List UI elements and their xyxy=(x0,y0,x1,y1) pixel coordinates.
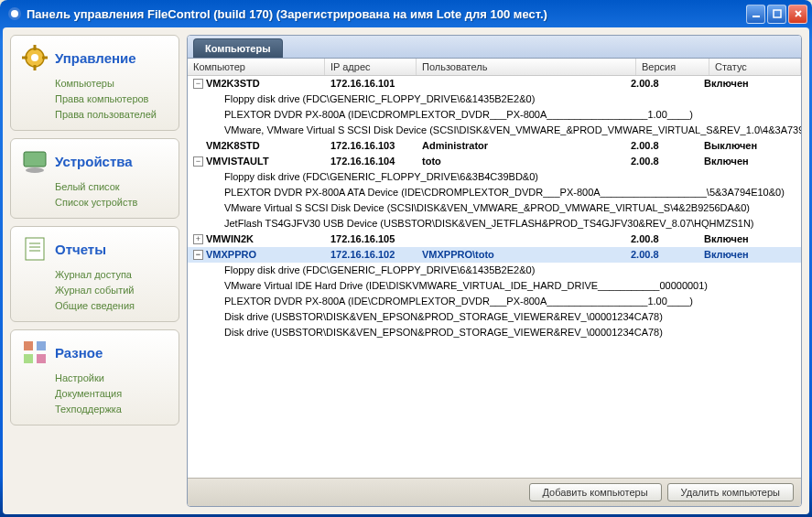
minimize-button[interactable] xyxy=(746,5,765,24)
version: 2.00.8 xyxy=(631,232,704,246)
svg-rect-2 xyxy=(752,16,760,17)
footer: Добавить компьютеры Удалить компьютеры xyxy=(188,478,801,506)
collapse-icon[interactable]: − xyxy=(193,250,203,260)
misc-icon xyxy=(20,338,49,367)
device-icon xyxy=(20,146,49,176)
device-row[interactable]: VMware, VMware Virtual S SCSI Disk Devic… xyxy=(188,123,801,138)
status: Включен xyxy=(704,77,796,91)
sidebar-link[interactable]: Список устройств xyxy=(20,195,169,210)
computer-name: VMXPPRO xyxy=(206,248,256,262)
user-name: Administrator xyxy=(422,139,631,153)
user-name: VMXPPRO\toto xyxy=(422,248,631,262)
column-headers: Компьютер IP адрес Пользователь Версия С… xyxy=(188,59,801,76)
app-window: Панель управления FileControl (build 170… xyxy=(0,0,812,517)
svg-rect-3 xyxy=(774,10,781,17)
report-icon xyxy=(20,234,49,264)
device-row[interactable]: PLEXTOR DVDR PX-800A ATA Device (IDE\CDR… xyxy=(188,185,801,200)
computer-row[interactable]: −VMXPPRO172.16.16.102VMXPPRO\toto2.00.8В… xyxy=(188,247,801,263)
sidebar-link[interactable]: Общие сведения xyxy=(20,298,169,314)
sidebar-link[interactable]: Права пользователей xyxy=(20,107,169,123)
user-name: toto xyxy=(422,155,631,168)
device-row[interactable]: Floppy disk drive (FDC\GENERIC_FLOPPY_DR… xyxy=(188,263,801,278)
maximize-button[interactable] xyxy=(767,5,786,24)
computer-name: VMWIN2K xyxy=(206,232,254,246)
device-row[interactable]: VMware Virtual IDE Hard Drive (IDE\DISKV… xyxy=(188,278,801,294)
status: Включен xyxy=(704,155,796,168)
gear-icon xyxy=(20,43,49,72)
device-row[interactable]: PLEXTOR DVDR PX-800A (IDE\CDROMPLEXTOR_D… xyxy=(188,294,801,309)
computer-row[interactable]: VM2K8STD172.16.16.103Administrator2.00.8… xyxy=(188,138,801,154)
collapse-icon[interactable]: − xyxy=(193,79,203,89)
collapse-icon[interactable]: − xyxy=(193,156,203,167)
computer-name: VMVISTAULT xyxy=(206,155,269,168)
status: Включен xyxy=(704,232,796,246)
panel-title: Отчеты xyxy=(55,242,106,257)
sidebar-link[interactable]: Документация xyxy=(20,386,169,402)
sidebar-link[interactable]: Компьютеры xyxy=(20,76,169,92)
col-ip[interactable]: IP адрес xyxy=(325,59,417,75)
sidebar-panel: РазноеНастройкиДокументацияТехподдержка xyxy=(10,329,179,425)
sidebar-panel: ОтчетыЖурнал доступаЖурнал событийОбщие … xyxy=(10,226,179,322)
device-row[interactable]: Floppy disk drive (FDC\GENERIC_FLOPPY_DR… xyxy=(188,92,801,107)
computer-row[interactable]: −VM2K3STD172.16.16.1012.00.8Включен xyxy=(188,76,801,92)
titlebar: Панель управления FileControl (build 170… xyxy=(0,0,812,27)
ip-address: 172.16.16.105 xyxy=(330,232,422,246)
col-version[interactable]: Версия xyxy=(636,59,709,75)
panel-title: Управление xyxy=(55,50,136,66)
svg-point-11 xyxy=(26,167,44,173)
panel-head: Устройства xyxy=(20,146,169,176)
version: 2.00.8 xyxy=(631,248,704,262)
version: 2.00.8 xyxy=(631,155,704,168)
device-row[interactable]: Disk drive (USBSTOR\DISK&VEN_EPSON&PROD_… xyxy=(188,309,801,325)
sidebar-link[interactable]: Техподдержка xyxy=(20,402,169,417)
svg-rect-17 xyxy=(37,341,46,350)
device-row[interactable]: PLEXTOR DVDR PX-800A (IDE\CDROMPLEXTOR_D… xyxy=(188,107,801,123)
svg-rect-16 xyxy=(24,341,33,350)
panel-title: Разное xyxy=(55,345,103,361)
sidebar-link[interactable]: Журнал событий xyxy=(20,283,169,298)
app-icon xyxy=(7,6,22,21)
col-user[interactable]: Пользователь xyxy=(417,59,636,75)
sidebar-link[interactable]: Права компьютеров xyxy=(20,92,169,107)
panel-head: Разное xyxy=(20,338,169,367)
tab-bar: Компьютеры xyxy=(188,36,801,59)
device-row[interactable]: JetFlash TS4GJFV30 USB Device (USBSTOR\D… xyxy=(188,216,801,232)
delete-computers-button[interactable]: Удалить компьютеры xyxy=(667,483,794,501)
computer-list[interactable]: −VM2K3STD172.16.16.1012.00.8ВключенFlopp… xyxy=(188,76,801,478)
window-title: Панель управления FileControl (build 170… xyxy=(27,7,746,21)
svg-rect-12 xyxy=(26,238,44,260)
svg-rect-18 xyxy=(24,354,33,363)
svg-point-5 xyxy=(31,54,38,61)
status: Включен xyxy=(704,248,796,262)
expand-icon[interactable]: + xyxy=(193,234,203,244)
ip-address: 172.16.16.101 xyxy=(330,77,422,91)
sidebar-link[interactable]: Журнал доступа xyxy=(20,267,169,283)
client-area: УправлениеКомпьютерыПрава компьютеровПра… xyxy=(3,27,809,514)
sidebar-panel: УстройстваБелый списокСписок устройств xyxy=(10,138,179,219)
add-computers-button[interactable]: Добавить компьютеры xyxy=(529,483,662,501)
col-computer[interactable]: Компьютер xyxy=(188,59,325,75)
panel-head: Отчеты xyxy=(20,234,169,264)
sidebar-link[interactable]: Настройки xyxy=(20,371,169,386)
panel-head: Управление xyxy=(20,43,169,72)
device-row[interactable]: Disk drive (USBSTOR\DISK&VEN_EPSON&PROD_… xyxy=(188,325,801,340)
version: 2.00.8 xyxy=(631,139,704,153)
svg-point-1 xyxy=(11,10,18,17)
tab-computers[interactable]: Компьютеры xyxy=(193,38,283,58)
col-status[interactable]: Статус xyxy=(709,59,801,75)
computer-row[interactable]: +VMWIN2K172.16.16.1052.00.8Включен xyxy=(188,232,801,247)
window-buttons xyxy=(746,5,807,24)
ip-address: 172.16.16.104 xyxy=(330,155,422,168)
device-row[interactable]: Floppy disk drive (FDC\GENERIC_FLOPPY_DR… xyxy=(188,169,801,185)
computer-row[interactable]: −VMVISTAULT172.16.16.104toto2.00.8Включе… xyxy=(188,154,801,169)
sidebar-link[interactable]: Белый список xyxy=(20,179,169,195)
sidebar: УправлениеКомпьютерыПрава компьютеровПра… xyxy=(10,35,179,507)
device-row[interactable]: VMware Virtual S SCSI Disk Device (SCSI\… xyxy=(188,200,801,216)
version: 2.00.8 xyxy=(631,77,704,91)
status: Выключен xyxy=(704,139,796,153)
close-button[interactable] xyxy=(788,5,807,24)
svg-rect-10 xyxy=(24,152,46,167)
ip-address: 172.16.16.103 xyxy=(330,139,422,153)
sidebar-panel: УправлениеКомпьютерыПрава компьютеровПра… xyxy=(10,35,179,131)
computer-name: VM2K8STD xyxy=(206,139,260,153)
